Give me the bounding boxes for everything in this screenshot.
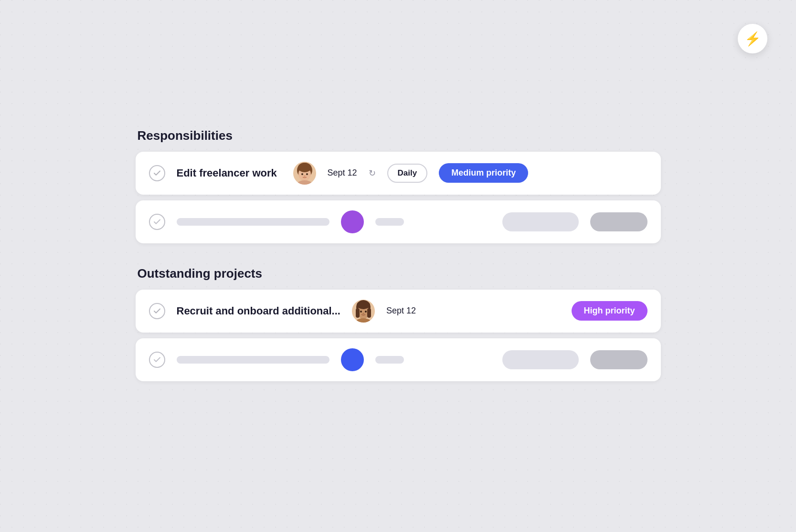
svg-point-17 [362, 313, 364, 314]
checkbox-task-1[interactable] [149, 165, 165, 181]
svg-point-2 [298, 163, 311, 172]
section-outstanding: Outstanding projects Recruit and onboard… [136, 266, 661, 381]
task-title-3: Recruit and onboard additional... [177, 305, 340, 317]
svg-point-5 [301, 173, 303, 175]
skeleton-title-4 [177, 356, 329, 364]
repeat-icon-1: ↻ [369, 168, 376, 178]
avatar-task-4-blue [341, 348, 364, 371]
avatar-task-2-purple [341, 210, 364, 233]
main-container: Responsibilities Edit freelancer work [136, 109, 661, 423]
checkbox-task-3[interactable] [149, 303, 165, 319]
skeleton-title-2 [177, 218, 329, 226]
svg-point-10 [357, 301, 370, 309]
flash-button[interactable]: ⚡ [738, 24, 767, 53]
svg-point-7 [304, 175, 306, 177]
task-card-1: Edit freelancer work [136, 152, 661, 195]
svg-point-15 [360, 311, 362, 313]
avatar-task-1 [293, 162, 316, 185]
task-card-4-skeleton [136, 338, 661, 381]
flash-icon: ⚡ [744, 31, 761, 47]
task-date-3: Sept 12 [386, 306, 416, 316]
task-title-1: Edit freelancer work [177, 167, 282, 179]
skeleton-pill-4 [502, 350, 579, 369]
task-card-3: Recruit and onboard additional... [136, 290, 661, 333]
checkbox-task-2[interactable] [149, 214, 165, 230]
skeleton-date-4 [375, 356, 404, 364]
badge-daily-1[interactable]: Daily [387, 164, 428, 183]
svg-point-4 [297, 180, 312, 185]
svg-point-16 [365, 311, 367, 313]
checkbox-task-4[interactable] [149, 352, 165, 368]
task-card-2-skeleton [136, 200, 661, 243]
skeleton-pill-2 [502, 212, 579, 231]
svg-point-6 [306, 173, 308, 175]
section-title-outstanding: Outstanding projects [136, 266, 661, 281]
avatar-task-3 [352, 300, 375, 323]
svg-point-14 [356, 318, 371, 323]
svg-rect-11 [356, 308, 360, 318]
section-title-responsibilities: Responsibilities [136, 128, 661, 143]
section-responsibilities: Responsibilities Edit freelancer work [136, 128, 661, 243]
badge-high-priority-3[interactable]: High priority [572, 301, 647, 321]
skeleton-priority-2 [590, 212, 647, 231]
svg-rect-12 [367, 308, 371, 318]
badge-medium-priority-1[interactable]: Medium priority [439, 163, 528, 183]
skeleton-priority-4 [590, 350, 647, 369]
skeleton-date-2 [375, 218, 404, 226]
task-date-1: Sept 12 [328, 168, 357, 178]
